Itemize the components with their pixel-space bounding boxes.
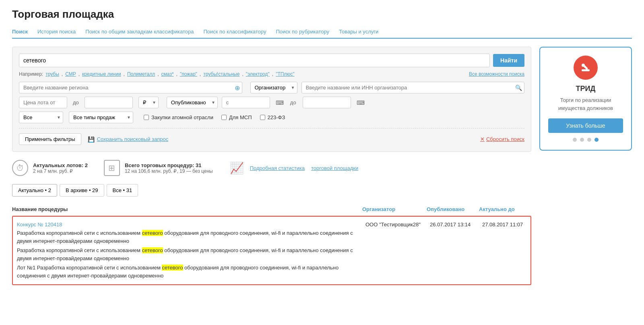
hint-smr[interactable]: СМР xyxy=(65,71,76,77)
table-row: Конкурс № 120418 Разработка корпоративно… xyxy=(12,216,531,285)
stats-row: ⏱ Актуальных лотов: 2 2 на 7 млн. руб. ₽… xyxy=(12,160,531,176)
col-pub-header[interactable]: Опубликовано xyxy=(427,206,479,212)
main-nav: Поиск История поиска Поиск по общим закл… xyxy=(12,25,632,39)
search-hints: Например: трубы, СМР, кредитные линии, П… xyxy=(19,71,524,77)
dot-4[interactable] xyxy=(594,138,599,142)
sidebar-title: ТРИД xyxy=(548,85,623,93)
save-icon: 💾 xyxy=(88,136,95,143)
reset-search-link[interactable]: ✕ Сбросить поиск xyxy=(480,136,524,142)
sidebar-logo xyxy=(574,56,598,80)
sidebar-dots xyxy=(548,138,623,142)
sale-types-select[interactable]: Все типы продаж xyxy=(69,112,133,123)
checkbox-atomic[interactable]: Закупки атомной отрасли xyxy=(144,114,213,120)
save-search-link[interactable]: 💾 Сохранить поисковый запрос xyxy=(88,136,169,143)
tab-classifier-bookmarks[interactable]: Поиск по общим закладкам классификатора xyxy=(85,25,194,39)
detailed-stats-sub: торговой площадки xyxy=(311,165,358,171)
dot-1[interactable] xyxy=(573,138,577,142)
procedure-desc-1: Разработка корпоративной сети с использо… xyxy=(17,229,357,245)
detailed-stats-label: Подробная статистика xyxy=(250,165,305,171)
currency-select[interactable]: ₽ xyxy=(138,97,159,108)
chart-icon: 📈 xyxy=(229,160,245,176)
table-header: Название процедуры Организатор Опубликов… xyxy=(12,203,531,216)
highlight-3: сетевого xyxy=(162,265,183,271)
org-input[interactable] xyxy=(301,82,525,93)
hint-pozhar[interactable]: "пожар" xyxy=(180,71,197,77)
org-search-icon[interactable]: 🔍 xyxy=(515,85,522,91)
total-procedures-label: Всего торговых процедур: 31 xyxy=(125,162,202,168)
total-procedures-stat: ⊞ Всего торговых процедур: 31 12 на 106,… xyxy=(104,160,213,176)
organizer-select[interactable]: Организатор xyxy=(250,82,297,93)
result-until: 27.08.2017 11:07 xyxy=(478,221,530,279)
hints-label: Например: xyxy=(19,71,43,77)
hint-smaz[interactable]: смаз* xyxy=(161,71,174,77)
search-input[interactable] xyxy=(19,54,490,67)
date-from-input[interactable] xyxy=(222,97,270,108)
page-title: Торговая площадка xyxy=(12,8,632,21)
search-panel: Найти Например: трубы, СМР, кредитные ли… xyxy=(12,47,531,152)
tab-classifier[interactable]: Поиск по классификатору xyxy=(203,25,266,39)
procedure-link[interactable]: Конкурс № 120418 xyxy=(17,221,62,228)
procedures-icon: ⊞ xyxy=(104,160,120,176)
checkbox-atomic-input[interactable] xyxy=(144,115,149,120)
hint-electrod[interactable]: "электрод" xyxy=(246,71,270,77)
date-to-label: до xyxy=(288,99,299,106)
tab-search[interactable]: Поиск xyxy=(12,25,28,39)
svg-rect-0 xyxy=(582,69,590,71)
tab-history[interactable]: История поиска xyxy=(37,25,76,39)
actual-lots-stat: ⏱ Актуальных лотов: 2 2 на 7 млн. руб. ₽ xyxy=(12,160,88,176)
apply-filters-button[interactable]: Применить фильтры xyxy=(19,133,81,145)
tab-rubricator[interactable]: Поиск по рубрикатору xyxy=(276,25,329,39)
checkbox-msp[interactable]: Для МСП xyxy=(221,114,252,120)
desc1-text: Разработка корпоративной сети с использо… xyxy=(17,230,142,236)
actual-lots-sub: 2 на 7 млн. руб. ₽ xyxy=(33,168,88,174)
sidebar: ТРИД Торги по реализации имущества должн… xyxy=(539,47,632,288)
price-to-input[interactable] xyxy=(85,97,133,108)
date-from-icon[interactable]: ⌨ xyxy=(276,99,284,106)
hint-credit[interactable]: кредитные линии xyxy=(82,71,121,77)
highlight-1: сетевого xyxy=(142,230,163,236)
result-tabs: Актуально • 2 В архиве • 29 Все • 31 xyxy=(12,184,531,197)
detailed-stats-stat[interactable]: 📈 Подробная статистика торговой площадки xyxy=(229,160,359,176)
checkbox-223fz-label: 223-ФЗ xyxy=(268,114,285,120)
tab-actual[interactable]: Актуально • 2 xyxy=(12,184,57,197)
desc2-text: Разработка корпоративной сети с использо… xyxy=(17,247,142,253)
svg-point-2 xyxy=(582,64,585,67)
gavel-icon xyxy=(579,61,592,74)
all-search-link[interactable]: Все возможности поиска xyxy=(469,71,524,77)
dot-2[interactable] xyxy=(580,138,584,142)
hint-polimetall[interactable]: Полиметалл xyxy=(127,71,155,77)
result-org: ООО "Тестировщик28" xyxy=(361,221,426,279)
result-pub: 26.07.2017 13:14 xyxy=(426,221,478,279)
dot-3[interactable] xyxy=(587,138,591,142)
search-button[interactable]: Найти xyxy=(493,54,524,67)
col-until-header[interactable]: Актуально до xyxy=(479,206,531,212)
tab-goods[interactable]: Товары и услуги xyxy=(339,25,378,39)
region-input[interactable] xyxy=(19,82,242,93)
date-to-input[interactable] xyxy=(303,97,351,108)
sidebar-desc: Торги по реализации имущества должников xyxy=(548,96,623,112)
row-content: Конкурс № 120418 Разработка корпоративно… xyxy=(13,221,361,279)
checkbox-223fz[interactable]: 223-ФЗ xyxy=(260,114,285,120)
actual-lots-label: Актуальных лотов: 2 xyxy=(33,162,88,168)
tab-archive[interactable]: В архиве • 29 xyxy=(60,184,104,197)
tab-all[interactable]: Все • 31 xyxy=(107,184,138,197)
region-add-icon[interactable]: ⊕ xyxy=(235,84,240,91)
clock-icon: ⏱ xyxy=(12,160,28,176)
sidebar-learn-more-button[interactable]: Узнать больше xyxy=(548,118,623,133)
all-select[interactable]: Все xyxy=(19,112,63,123)
date-to-icon[interactable]: ⌨ xyxy=(357,99,365,106)
checkbox-atomic-label: Закупки атомной отрасли xyxy=(151,114,213,120)
reset-label: Сбросить поиск xyxy=(486,136,524,142)
checkbox-223fz-input[interactable] xyxy=(260,115,265,120)
procedure-desc-2: Разработка корпоративной сети с использо… xyxy=(17,246,357,262)
hint-truby-stal[interactable]: трубы!стальные xyxy=(203,71,239,77)
total-procedures-sub: 12 на 106,6 млн. руб. ₽, 19 — без цены xyxy=(125,168,213,174)
hint-tplus[interactable]: "ТПлюс" xyxy=(276,71,294,77)
col-org-header[interactable]: Организатор xyxy=(362,206,427,212)
detailed-stats-link[interactable]: Подробная статистика торговой площадки xyxy=(250,165,359,171)
published-select[interactable]: Опубликовано xyxy=(167,97,218,108)
checkbox-msp-input[interactable] xyxy=(221,115,227,120)
hint-truby[interactable]: трубы xyxy=(45,71,59,77)
price-from-input[interactable] xyxy=(19,97,67,108)
checkbox-msp-label: Для МСП xyxy=(229,114,252,120)
